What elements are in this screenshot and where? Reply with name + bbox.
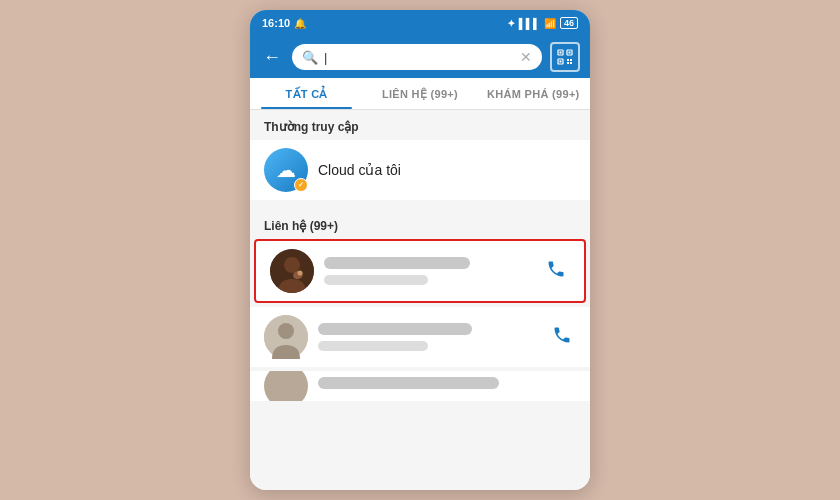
contact-avatar-1	[270, 249, 314, 293]
contact-item-3[interactable]	[250, 371, 590, 401]
signal-bars-icon: ▌▌▌	[519, 18, 540, 29]
cloud-icon: ☁	[276, 158, 296, 182]
status-time: 16:10 🔔	[262, 17, 306, 29]
frequent-section-title: Thường truy cập	[250, 110, 590, 140]
status-bar: 16:10 🔔 ✦ ▌▌▌ 📶 46	[250, 10, 590, 36]
battery-icon: 46	[560, 17, 578, 29]
contact-name-3	[318, 377, 499, 389]
svg-rect-7	[570, 59, 572, 61]
cloud-name-label: Cloud của tôi	[318, 162, 401, 178]
clear-icon[interactable]: ✕	[520, 49, 532, 65]
contact-sub-1	[324, 275, 428, 285]
call-button-2[interactable]	[548, 321, 576, 354]
contacts-section-title: Liên hệ (99+)	[250, 209, 590, 239]
contact-name-1	[324, 257, 470, 269]
contact-info-2	[318, 323, 538, 351]
search-input[interactable]	[324, 50, 514, 65]
contact-name-2	[318, 323, 472, 335]
section-gap-1	[250, 201, 590, 209]
tabs-bar: TẤT CẢ LIÊN HỆ (99+) KHÁM PHÁ (99+)	[250, 78, 590, 110]
svg-rect-3	[569, 52, 571, 54]
top-bar: ← 🔍 ✕	[250, 36, 590, 78]
cloud-info: Cloud của tôi	[318, 161, 576, 179]
qr-button[interactable]	[550, 42, 580, 72]
contact-item-2[interactable]	[250, 307, 590, 367]
contact-avatar-3	[264, 371, 308, 401]
contact-item-1[interactable]	[254, 239, 586, 303]
verified-badge: ✓	[294, 178, 308, 192]
tab-contacts[interactable]: LIÊN HỆ (99+)	[363, 78, 476, 109]
notification-icon: 🔔	[294, 18, 306, 29]
svg-rect-5	[560, 61, 562, 63]
content-area: Thường truy cập ☁ ✓ Cloud của tôi Liên h…	[250, 110, 590, 490]
status-icons: ✦ ▌▌▌ 📶 46	[507, 17, 578, 29]
contact-sub-2	[318, 341, 428, 351]
svg-point-13	[298, 271, 303, 276]
back-button[interactable]: ←	[260, 47, 284, 68]
svg-point-11	[284, 257, 300, 273]
search-icon: 🔍	[302, 50, 318, 65]
tab-discover[interactable]: KHÁM PHÁ (99+)	[477, 78, 590, 109]
phone-frame: 16:10 🔔 ✦ ▌▌▌ 📶 46 ← 🔍 ✕	[250, 10, 590, 490]
call-button-1[interactable]	[542, 255, 570, 288]
contact-avatar-2	[264, 315, 308, 359]
svg-rect-6	[567, 59, 569, 61]
qr-code-icon	[557, 49, 573, 65]
wifi-icon: 📶	[544, 18, 556, 29]
search-box: 🔍 ✕	[292, 44, 542, 70]
svg-rect-9	[570, 62, 572, 64]
contact-info-3	[318, 377, 576, 395]
contact-info-1	[324, 257, 532, 285]
svg-point-15	[278, 323, 294, 339]
tab-all[interactable]: TẤT CẢ	[250, 78, 363, 109]
time-label: 16:10	[262, 17, 290, 29]
svg-rect-1	[560, 52, 562, 54]
cloud-avatar: ☁ ✓	[264, 148, 308, 192]
cloud-item[interactable]: ☁ ✓ Cloud của tôi	[250, 140, 590, 200]
svg-rect-8	[567, 62, 569, 64]
bluetooth-icon: ✦	[507, 18, 515, 29]
